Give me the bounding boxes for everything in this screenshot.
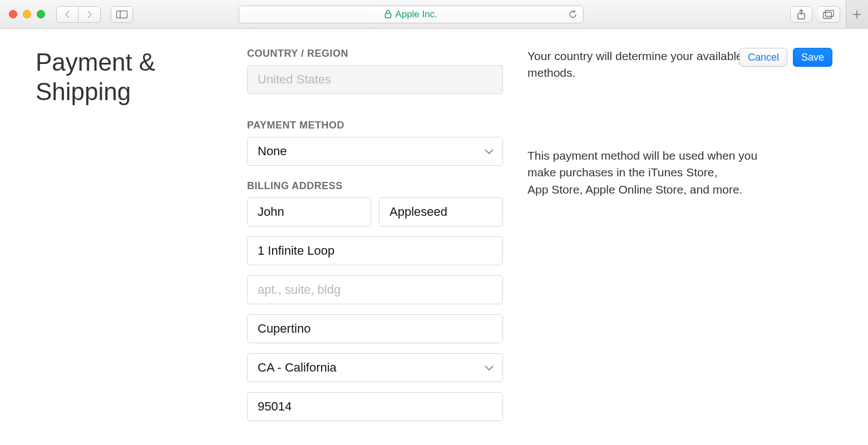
svg-rect-6 bbox=[826, 10, 834, 16]
save-button[interactable]: Save bbox=[793, 48, 832, 67]
zip-field[interactable] bbox=[247, 392, 503, 421]
payment-method-help: This payment method will be used when yo… bbox=[527, 147, 767, 198]
action-buttons: Cancel Save bbox=[739, 48, 832, 67]
country-region-input bbox=[247, 65, 503, 94]
payment-method-select[interactable] bbox=[247, 137, 503, 166]
page-content: Payment & Shipping COUNTRY / REGION PAYM… bbox=[0, 29, 868, 421]
sidebar-toggle-button[interactable] bbox=[111, 6, 133, 23]
close-window-button[interactable] bbox=[9, 10, 17, 18]
reload-button[interactable] bbox=[568, 9, 578, 19]
window-controls bbox=[9, 10, 45, 18]
lock-icon bbox=[384, 10, 392, 18]
svg-rect-0 bbox=[117, 11, 127, 18]
first-name-field[interactable] bbox=[247, 197, 371, 226]
browser-toolbar: Apple Inc. bbox=[0, 0, 868, 29]
nav-back-forward bbox=[56, 6, 101, 23]
back-button[interactable] bbox=[56, 6, 78, 23]
new-tab-button[interactable] bbox=[846, 0, 868, 29]
country-region-help: Your country will determine your availab… bbox=[527, 48, 767, 82]
country-region-section: COUNTRY / REGION bbox=[247, 48, 503, 94]
city-field[interactable] bbox=[247, 314, 503, 343]
payment-method-label: PAYMENT METHOD bbox=[247, 120, 503, 131]
toolbar-right bbox=[790, 0, 862, 29]
cancel-button[interactable]: Cancel bbox=[739, 48, 787, 67]
svg-rect-2 bbox=[386, 13, 391, 18]
street1-field[interactable] bbox=[247, 236, 503, 265]
minimize-window-button[interactable] bbox=[23, 10, 31, 18]
forward-button[interactable] bbox=[78, 6, 101, 23]
country-region-label: COUNTRY / REGION bbox=[247, 48, 503, 60]
last-name-field[interactable] bbox=[379, 197, 503, 226]
payment-method-section: PAYMENT METHOD BILLING ADDRESS bbox=[247, 120, 503, 421]
zoom-window-button[interactable] bbox=[37, 10, 45, 18]
tabs-overview-button[interactable] bbox=[818, 6, 840, 23]
street2-field[interactable] bbox=[247, 275, 503, 304]
svg-rect-5 bbox=[823, 12, 832, 18]
address-label: Apple Inc. bbox=[395, 9, 437, 20]
address-bar[interactable]: Apple Inc. bbox=[239, 6, 584, 23]
state-select[interactable] bbox=[247, 353, 503, 382]
billing-address-label: BILLING ADDRESS bbox=[247, 180, 503, 192]
page-title: Payment & Shipping bbox=[36, 48, 247, 107]
share-button[interactable] bbox=[790, 6, 812, 23]
